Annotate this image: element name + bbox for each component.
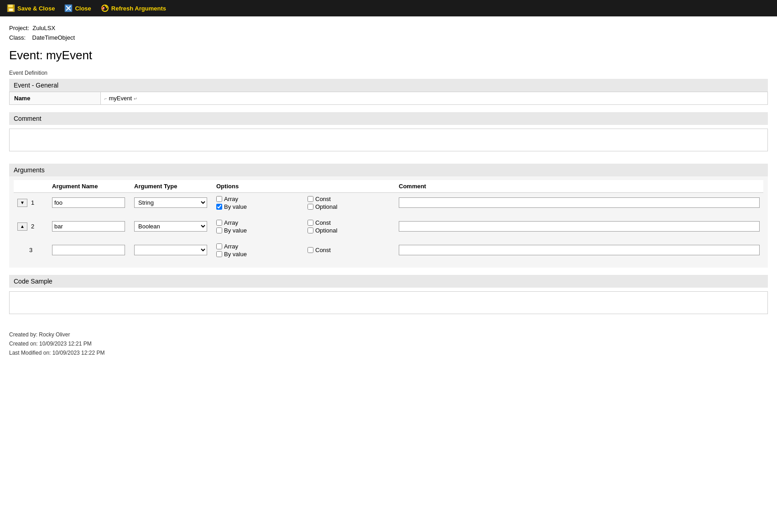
svg-rect-1 <box>8 5 13 7</box>
save-close-label: Save & Close <box>17 5 55 12</box>
row3-name-input[interactable] <box>52 245 125 255</box>
project-line: Project: ZuluLSX <box>9 24 768 33</box>
row3-options2-cell: Const <box>304 238 395 260</box>
code-textarea[interactable] <box>9 291 768 314</box>
row2-optional-checkbox[interactable] <box>308 227 313 233</box>
close-icon <box>64 4 73 13</box>
row1-byvalue-text: By value <box>224 203 247 210</box>
toolbar: Save & Close Close ↺ Refresh Arguments <box>0 0 777 16</box>
code-section: Code Sample <box>9 275 768 319</box>
row1-options2-group: Const Optional <box>308 196 391 210</box>
close-button[interactable]: Close <box>61 3 94 14</box>
row1-const-text: Const <box>315 196 331 202</box>
row2-options-cell: Array By value <box>213 215 304 238</box>
row1-name-input[interactable] <box>52 197 125 208</box>
row1-byvalue-checkbox[interactable] <box>216 204 222 210</box>
row2-type-select[interactable]: String Boolean Integer Double Date DateT… <box>134 221 207 232</box>
save-close-button[interactable]: Save & Close <box>4 3 57 14</box>
row1-comment-input[interactable] <box>399 197 760 208</box>
row2-const-text: Const <box>315 219 331 226</box>
row2-byvalue-checkbox[interactable] <box>216 227 222 233</box>
col-comment: Comment <box>395 180 763 193</box>
row1-type-select[interactable]: String Boolean Integer Double Date DateT… <box>134 197 207 208</box>
arguments-table: Argument Name Argument Type Options Comm… <box>14 180 763 260</box>
row2-controls: ▲ 2 <box>17 222 45 231</box>
row2-move-up-button[interactable]: ▲ <box>17 222 27 231</box>
row3-byvalue-label[interactable]: By value <box>216 251 300 258</box>
row3-options-group: Array By value <box>216 243 300 258</box>
row1-array-checkbox[interactable] <box>216 196 222 202</box>
comment-textarea[interactable] <box>9 129 768 151</box>
row2-num: 2 <box>31 223 34 230</box>
row3-comment-input[interactable] <box>399 245 760 255</box>
row1-controls: ▼ 1 <box>17 199 45 207</box>
row1-array-label[interactable]: Array <box>216 196 300 202</box>
refresh-label: Refresh Arguments <box>111 5 166 12</box>
row3-const-checkbox[interactable] <box>308 247 313 253</box>
arguments-container: Argument Name Argument Type Options Comm… <box>9 176 768 268</box>
row2-array-label[interactable]: Array <box>216 219 300 226</box>
svg-marker-8 <box>106 7 108 8</box>
row1-const-checkbox[interactable] <box>308 196 313 202</box>
row1-optional-checkbox[interactable] <box>308 204 313 210</box>
row3-move-cell: 3 <box>14 238 48 260</box>
row2-array-text: Array <box>224 219 238 226</box>
row1-move-down-button[interactable]: ▼ <box>17 199 27 207</box>
row2-type-cell: String Boolean Integer Double Date DateT… <box>130 215 213 238</box>
row2-byvalue-text: By value <box>224 227 247 234</box>
code-section-header: Code Sample <box>9 275 768 288</box>
row2-comment-input[interactable] <box>399 221 760 232</box>
last-modified-line: Last Modified on: 10/09/2023 12:22 PM <box>9 348 768 357</box>
row1-options-group: Array By value <box>216 196 300 210</box>
event-title: Event: myEvent <box>9 48 768 62</box>
row2-const-checkbox[interactable] <box>308 220 313 226</box>
row3-byvalue-checkbox[interactable] <box>216 251 222 257</box>
class-value: DateTimeObject <box>32 34 75 41</box>
row2-const-label[interactable]: Const <box>308 219 391 226</box>
row1-options-cell: Array By value <box>213 192 304 215</box>
row3-type-select[interactable]: String Boolean Integer Double Date DateT… <box>134 245 207 255</box>
row1-optional-text: Optional <box>315 203 337 210</box>
svg-rect-3 <box>9 9 13 11</box>
table-row: ▼ 1 String Boolean Integer <box>14 192 763 215</box>
row1-options2-cell: Const Optional <box>304 192 395 215</box>
row2-options2-group: Const Optional <box>308 219 391 234</box>
table-row: ▲ 2 String Boolean Integer <box>14 215 763 238</box>
row2-options2-cell: Const Optional <box>304 215 395 238</box>
row3-array-checkbox[interactable] <box>216 243 222 249</box>
row1-comment-cell <box>395 192 763 215</box>
row2-move-cell: ▲ 2 <box>14 215 48 238</box>
project-label: Project: <box>9 25 29 31</box>
row2-comment-cell <box>395 215 763 238</box>
row2-name-input[interactable] <box>52 221 125 232</box>
row3-type-cell: String Boolean Integer Double Date DateT… <box>130 238 213 260</box>
row3-const-label[interactable]: Const <box>308 247 391 253</box>
row3-options-cell: Array By value <box>213 238 304 260</box>
class-line: Class: DateTimeObject <box>9 33 768 43</box>
row2-array-checkbox[interactable] <box>216 220 222 226</box>
row1-move-cell: ▼ 1 <box>14 192 48 215</box>
project-info: Project: ZuluLSX Class: DateTimeObject <box>9 24 768 43</box>
created-by-line: Created by: Rocky Oliver <box>9 330 768 339</box>
row2-byvalue-label[interactable]: By value <box>216 227 300 234</box>
arguments-section: Arguments Argument Name Argument Type Op… <box>9 164 768 268</box>
row2-optional-label[interactable]: Optional <box>308 227 391 234</box>
row3-options2-group: Const <box>308 247 391 253</box>
row3-array-label[interactable]: Array <box>216 243 300 250</box>
refresh-arguments-button[interactable]: ↺ Refresh Arguments <box>98 3 169 14</box>
row3-num: 3 <box>29 247 32 253</box>
table-row: 3 String Boolean Integer <box>14 238 763 260</box>
main-content: Project: ZuluLSX Class: DateTimeObject E… <box>0 16 777 532</box>
name-text: myEvent <box>109 95 132 102</box>
name-value: ⌐ myEvent ↵ <box>101 93 767 103</box>
row1-byvalue-label[interactable]: By value <box>216 203 300 210</box>
row3-array-text: Array <box>224 243 238 250</box>
row3-controls: 3 <box>17 247 45 253</box>
class-label: Class: <box>9 34 26 41</box>
name-label: Name <box>10 92 101 104</box>
row1-const-label[interactable]: Const <box>308 196 391 202</box>
row2-optional-text: Optional <box>315 227 337 234</box>
row3-byvalue-text: By value <box>224 251 247 258</box>
arguments-section-header: Arguments <box>9 164 768 176</box>
row1-optional-label[interactable]: Optional <box>308 203 391 210</box>
